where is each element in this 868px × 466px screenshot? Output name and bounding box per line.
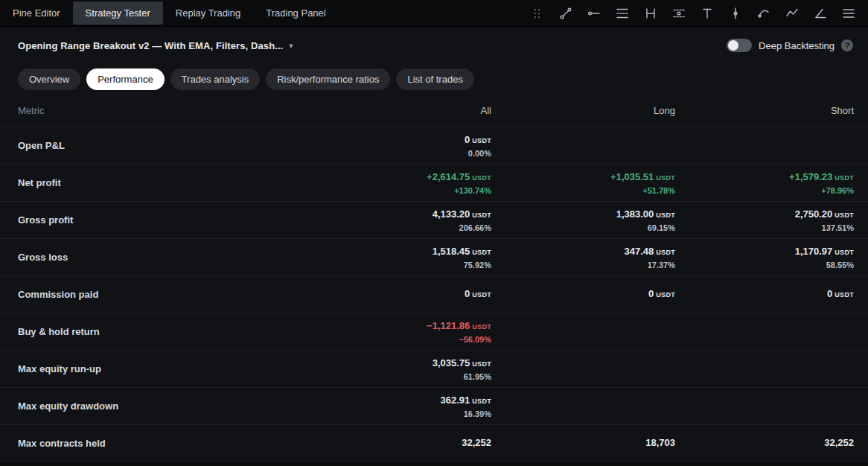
- zigzag-icon[interactable]: [779, 2, 805, 25]
- report-tabs: Overview Performance Trades analysis Ris…: [0, 64, 868, 94]
- vertical-line-icon[interactable]: [722, 2, 749, 25]
- cell-percent: 75.92%: [307, 261, 491, 269]
- metric-label: Max contracts held: [18, 438, 307, 449]
- deep-backtesting-toggle[interactable]: [727, 39, 752, 52]
- cell-value: 0USDT: [307, 133, 491, 147]
- table-row: Net profit+2,614.75USDT+130.74%+1,035.51…: [0, 164, 868, 201]
- cell-percent: 0.00%: [307, 149, 491, 158]
- cell-value: 32,252: [675, 436, 854, 450]
- tab-risk-performance-ratios[interactable]: Risk/performance ratios: [266, 68, 390, 90]
- cell-percent: 58.55%: [675, 261, 854, 269]
- cell-currency-unit: USDT: [472, 249, 491, 256]
- cell-value: 1,383.00USDT: [491, 208, 675, 221]
- cell-long: 0USDT: [491, 287, 675, 301]
- horizontal-ray-icon[interactable]: [581, 2, 607, 25]
- cell-percent: −56.09%: [307, 335, 491, 344]
- tab-strategy-tester[interactable]: Strategy Tester: [73, 1, 163, 25]
- cell-value: 0USDT: [675, 287, 854, 301]
- table-row: Max equity run-up3,035.75USDT61.95%: [0, 350, 868, 387]
- cell-currency-unit: USDT: [656, 174, 675, 182]
- cell-percent: +130.74%: [307, 186, 491, 195]
- metric-label: Open P&L: [18, 140, 307, 151]
- cell-percent: 61.95%: [307, 372, 491, 381]
- cell-currency-unit: USDT: [656, 249, 675, 256]
- cell-all: 0USDT: [307, 287, 491, 301]
- cell-value: 0USDT: [307, 287, 491, 301]
- cell-value: 362.91USDT: [307, 394, 491, 407]
- cell-long: 18,703: [491, 436, 675, 450]
- cell-percent: +51.78%: [491, 186, 675, 195]
- fib-retracement-icon[interactable]: [609, 2, 636, 25]
- cell-currency-unit: USDT: [472, 211, 491, 219]
- cell-all: 1,518.45USDT75.92%: [307, 245, 491, 269]
- table-row: Commission paid0USDT0USDT0USDT: [0, 275, 868, 313]
- cell-currency-unit: USDT: [656, 291, 675, 299]
- tab-trading-panel[interactable]: Trading Panel: [253, 1, 338, 25]
- text-icon[interactable]: [694, 2, 721, 25]
- table-row: Gross profit4,133.20USDT206.66%1,383.00U…: [0, 201, 868, 238]
- tab-overview[interactable]: Overview: [18, 68, 80, 90]
- cell-currency-unit: USDT: [472, 137, 491, 144]
- cell-value: 3,035.75USDT: [307, 357, 491, 370]
- cell-all: 4,133.20USDT206.66%: [307, 208, 491, 232]
- column-header-all: All: [307, 105, 491, 116]
- cell-currency-unit: USDT: [835, 211, 854, 219]
- disjoint-channel-icon[interactable]: [666, 2, 692, 25]
- table-row: Max equity drawdown362.91USDT16.39%: [0, 387, 868, 424]
- toggle-knob: [728, 40, 738, 51]
- cell-long: 1,383.00USDT69.15%: [491, 208, 675, 232]
- table-row: Open P&L0USDT0.00%: [0, 127, 868, 164]
- horizontal-lines-icon[interactable]: [835, 2, 862, 25]
- cell-currency-unit: USDT: [472, 174, 491, 182]
- cell-value: 32,252: [307, 436, 491, 450]
- trend-line-icon[interactable]: [552, 2, 579, 25]
- column-header-long: Long: [491, 105, 675, 116]
- metric-label: Gross profit: [18, 214, 307, 226]
- cell-short: 32,252: [675, 436, 854, 450]
- drawing-toolbar: [524, 0, 868, 26]
- tab-list-of-trades[interactable]: List of trades: [396, 68, 473, 90]
- cell-value: 1,170.97USDT: [675, 245, 854, 258]
- cell-currency-unit: USDT: [472, 323, 491, 331]
- cell-percent: 137.51%: [675, 223, 854, 232]
- cell-long: +1,035.51USDT+51.78%: [491, 170, 675, 194]
- cell-long: 347.48USDT17.37%: [491, 245, 675, 269]
- cell-percent: 16.39%: [307, 409, 491, 418]
- strategy-header: Opening Range Breakout v2 — With EMA, Fi…: [0, 27, 868, 64]
- cell-currency-unit: USDT: [472, 291, 491, 299]
- cell-short: 2,750.20USDT137.51%: [675, 208, 854, 232]
- metric-label: Buy & hold return: [18, 326, 307, 337]
- table-row: Max contracts held32,25218,70332,252: [0, 424, 868, 462]
- cell-value: 18,703: [491, 436, 675, 450]
- strategy-title[interactable]: Opening Range Breakout v2 — With EMA, Fi…: [18, 40, 283, 51]
- brush-icon[interactable]: [750, 2, 777, 25]
- cell-value: +1,035.51USDT: [491, 170, 675, 184]
- tab-performance[interactable]: Performance: [86, 68, 164, 90]
- cell-short: +1,579.23USDT+78.96%: [675, 170, 854, 194]
- metrics-table-body: Open P&L0USDT0.00%Net profit+2,614.75USD…: [0, 127, 868, 462]
- cell-value: 4,133.20USDT: [307, 208, 491, 221]
- cell-value: 1,518.45USDT: [307, 245, 491, 258]
- cell-currency-unit: USDT: [472, 360, 491, 368]
- metrics-table-header: Metric All Long Short: [0, 94, 868, 127]
- cell-percent: +78.96%: [675, 186, 854, 195]
- help-icon[interactable]: ?: [841, 39, 853, 51]
- tab-trades-analysis[interactable]: Trades analysis: [170, 68, 261, 90]
- cell-short: 0USDT: [675, 287, 854, 301]
- drag-handle-icon[interactable]: [524, 2, 551, 25]
- chevron-down-icon[interactable]: ▾: [289, 41, 293, 51]
- cell-all: 0USDT0.00%: [307, 133, 491, 157]
- date-range-icon[interactable]: [637, 2, 664, 25]
- cell-value: +2,614.75USDT: [307, 170, 491, 184]
- cell-value: −1,121.86USDT: [307, 319, 491, 333]
- column-header-metric: Metric: [18, 105, 307, 116]
- cell-value: 0USDT: [491, 287, 675, 301]
- trend-angle-icon[interactable]: [807, 2, 834, 25]
- metric-label: Commission paid: [18, 289, 307, 300]
- panel-resize-edge[interactable]: [0, 462, 868, 466]
- tab-replay-trading[interactable]: Replay Trading: [163, 1, 253, 25]
- cell-currency-unit: USDT: [472, 398, 491, 405]
- bottom-panel-tabbar: Pine Editor Strategy Tester Replay Tradi…: [0, 0, 868, 27]
- cell-all: +2,614.75USDT+130.74%: [307, 170, 491, 194]
- tab-pine-editor[interactable]: Pine Editor: [0, 1, 73, 25]
